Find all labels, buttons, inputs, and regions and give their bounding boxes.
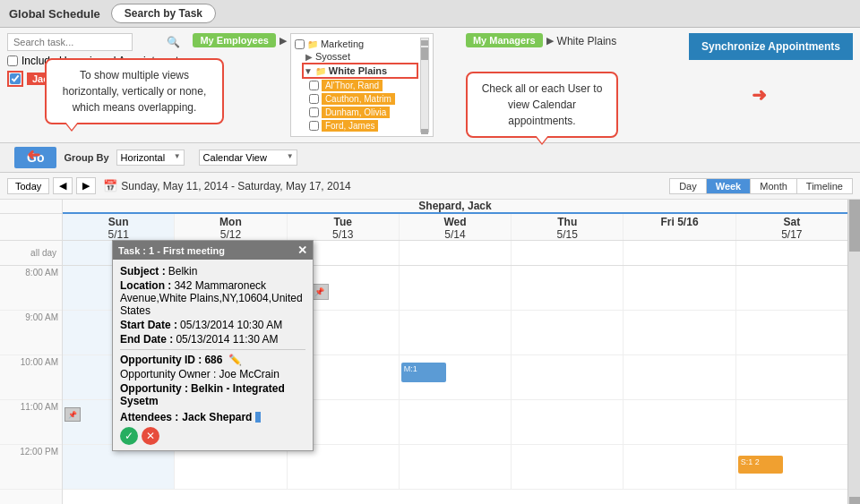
day-header-fri: Fri 5/16 bbox=[624, 214, 735, 240]
cell-thu-12[interactable] bbox=[512, 445, 624, 489]
white-plains-label: White Plains bbox=[557, 35, 617, 47]
cell-wed-12[interactable] bbox=[400, 445, 512, 489]
day-header-sat: Sat5/17 bbox=[736, 214, 847, 240]
groupby-select[interactable]: Horizontal Vertical None bbox=[116, 149, 185, 166]
employees-arrow: ▶ bbox=[280, 35, 287, 47]
employees-tree: 📁 Marketing ▶ Syosset ▼ 📁 White Plai bbox=[290, 33, 434, 137]
calendar-view-select[interactable]: Calendar View bbox=[199, 149, 297, 166]
day-headers-row: Sun5/11 Mon5/12 Tue5/13 Wed5/14 Thu5/15 … bbox=[63, 214, 847, 241]
popup-start: Start Date : 05/13/2014 10:30 AM bbox=[120, 319, 305, 331]
attendee-indicator bbox=[255, 412, 261, 423]
cal-icon: 📅 bbox=[103, 179, 117, 192]
popup-confirm-button[interactable]: ✓ bbox=[120, 427, 138, 445]
time-column: all day 8:00 AM 9:00 AM 10:00 AM 11:00 A… bbox=[0, 200, 63, 504]
employee-ford: Ford, James bbox=[309, 119, 418, 132]
popup-end: End Date : 05/13/2014 11:30 AM bbox=[120, 333, 305, 346]
today-button[interactable]: Today bbox=[7, 178, 49, 194]
search-input[interactable] bbox=[7, 33, 133, 51]
tooltip-check-users: Check all or each User to view Calendar … bbox=[466, 72, 618, 138]
popup-title: Task : 1 - First meeting bbox=[118, 245, 225, 256]
cell-wed-10[interactable]: M:1 bbox=[400, 355, 512, 399]
popup-subject: Subject : Belkin bbox=[120, 265, 305, 278]
white-plains-tree-item: ▼ 📁 White Plains bbox=[302, 63, 418, 79]
search-icon: 🔍 bbox=[167, 36, 180, 48]
edit-icon[interactable]: ✏️ bbox=[228, 354, 242, 366]
prev-nav-button[interactable]: ◀ bbox=[53, 177, 73, 194]
tree-scrollbar[interactable] bbox=[420, 38, 429, 132]
my-managers-tag[interactable]: My Managers bbox=[466, 33, 543, 47]
popup-attendees: Attendees : Jack Shepard bbox=[120, 411, 305, 423]
popup-opp: Opportunity : Belkin - Integrated Sysetm bbox=[120, 382, 305, 407]
marketing-tree-item: 📁 Marketing bbox=[295, 38, 418, 50]
day-header-thu: Thu5/15 bbox=[512, 214, 624, 240]
popup-body: Subject : Belkin Location : 342 Mammaron… bbox=[113, 260, 313, 450]
popup-close-button[interactable]: ✕ bbox=[297, 243, 307, 257]
cell-fri-11[interactable] bbox=[624, 400, 735, 444]
tooltip-horizontal: To show multiple views horizontally, ver… bbox=[45, 58, 224, 124]
syosset-label: Syosset bbox=[315, 51, 350, 62]
employee-dunham: Dunham, Olivia bbox=[309, 106, 418, 119]
cell-wed-11[interactable] bbox=[400, 400, 512, 444]
popup-opp-owner: Opportunity Owner : Joe McCrain bbox=[120, 368, 305, 380]
event-sat-12[interactable]: S:1 2 bbox=[738, 456, 783, 474]
date-range-label: Sunday, May 11, 2014 - Saturday, May 17,… bbox=[121, 180, 666, 192]
event-sun-11[interactable]: 📌 bbox=[64, 407, 81, 422]
cell-sat-9[interactable] bbox=[736, 311, 847, 355]
cell-tue-12[interactable] bbox=[288, 445, 400, 489]
day-tab[interactable]: Day bbox=[669, 178, 707, 194]
week-tab[interactable]: Week bbox=[707, 178, 752, 194]
right-scrollbar[interactable] bbox=[847, 200, 860, 504]
popup-reject-button[interactable]: ✕ bbox=[142, 427, 159, 445]
cell-sat-11[interactable] bbox=[736, 400, 847, 444]
day-header-tue: Tue5/13 bbox=[288, 214, 400, 240]
include-my-tasks-checkbox[interactable] bbox=[10, 73, 21, 84]
cell-thu-10[interactable] bbox=[512, 355, 624, 399]
groupby-label: Group By bbox=[64, 152, 108, 163]
cell-sat-10[interactable] bbox=[736, 355, 847, 399]
cell-wed-8[interactable] bbox=[400, 266, 512, 310]
cell-wed-9[interactable] bbox=[400, 311, 512, 355]
time-slot-12pm: 12:00 PM bbox=[0, 445, 62, 490]
my-employees-tag[interactable]: My Employees bbox=[193, 33, 275, 47]
cell-thu-8[interactable] bbox=[512, 266, 624, 310]
cell-thu-11[interactable] bbox=[512, 400, 624, 444]
time-slot-8am: 8:00 AM bbox=[0, 266, 62, 311]
task-popup: Task : 1 - First meeting ✕ Subject : Bel… bbox=[112, 240, 314, 451]
cell-fri-9[interactable] bbox=[624, 311, 735, 355]
time-slot-9am: 9:00 AM bbox=[0, 311, 62, 355]
allday-label: all day bbox=[0, 241, 62, 266]
time-slot-10am: 10:00 AM bbox=[0, 355, 62, 400]
popup-actions: ✓ ✕ bbox=[120, 427, 305, 445]
sync-appointments-button[interactable]: Synchronize Appointments bbox=[689, 33, 853, 60]
nav-bar: Today ◀ ▶ 📅 Sunday, May 11, 2014 - Satur… bbox=[0, 173, 860, 200]
groupby-row: ➜ Go Group By Horizontal Vertical None ▼… bbox=[0, 143, 860, 173]
popup-opp-id: Opportunity ID : 686 ✏️ bbox=[120, 354, 305, 366]
event-wed-10[interactable]: M:1 bbox=[401, 363, 446, 382]
month-tab[interactable]: Month bbox=[751, 178, 797, 194]
my-employees-group: My Employees ▶ 📁 Marketing ▶ Syosse bbox=[193, 33, 433, 137]
managers-arrow: ▶ bbox=[546, 35, 554, 47]
next-nav-button[interactable]: ▶ bbox=[76, 177, 96, 194]
day-header-wed: Wed5/14 bbox=[400, 214, 512, 240]
cell-sun-12[interactable] bbox=[63, 445, 175, 489]
employee-cauthon: Cauthon, Matrim bbox=[309, 92, 418, 106]
popup-location: Location : 342 Mammaroneck Avenue,White … bbox=[120, 279, 305, 317]
cell-thu-9[interactable] bbox=[512, 311, 624, 355]
groupby-select-wrapper: Horizontal Vertical None ▼ bbox=[116, 149, 185, 166]
cell-sat-8[interactable] bbox=[736, 266, 847, 310]
timeline-tab[interactable]: Timeline bbox=[797, 178, 853, 194]
cell-sat-12[interactable]: S:1 2 bbox=[736, 445, 847, 489]
cell-fri-8[interactable] bbox=[624, 266, 735, 310]
marketing-label: Marketing bbox=[321, 38, 364, 49]
popup-header: Task : 1 - First meeting ✕ bbox=[113, 241, 313, 260]
sync-arrow: ➜ bbox=[752, 84, 767, 106]
view-tabs: Day Week Month Timeline bbox=[669, 178, 853, 194]
syosset-tree-item: ▶ Syosset bbox=[305, 50, 418, 63]
search-by-task-tab[interactable]: Search by Task bbox=[111, 4, 216, 23]
day-header-sun: Sun5/11 bbox=[63, 214, 175, 240]
cell-fri-10[interactable] bbox=[624, 355, 735, 399]
cell-fri-12[interactable] bbox=[624, 445, 735, 489]
cell-mon-12[interactable] bbox=[175, 445, 287, 489]
app-title: Global Schedule bbox=[9, 7, 100, 21]
header-bar: Global Schedule Search by Task bbox=[0, 0, 860, 28]
